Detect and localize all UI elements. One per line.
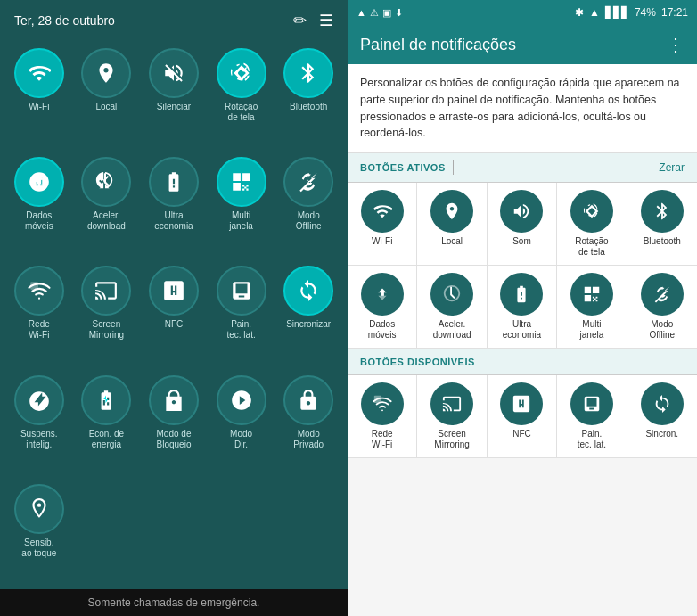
suspens-label: Suspens.intelig. <box>20 429 58 450</box>
bluetooth-icon-circle <box>283 48 333 98</box>
svg-rect-1 <box>374 396 381 403</box>
silenciar-icon-circle <box>149 48 199 98</box>
left-grid-item-pain[interactable]: Pain.tec. lat. <box>209 260 274 365</box>
active-bluetooth-circle <box>641 190 684 233</box>
multi-icon-circle <box>217 157 266 207</box>
accel-label: Aceler.download <box>87 210 126 232</box>
avail-nfc-circle <box>500 382 543 425</box>
signal-icon: ▋▋▋ <box>605 6 629 19</box>
avail-nfc-label: NFC <box>512 429 531 439</box>
zerar-button[interactable]: Zerar <box>659 161 685 174</box>
active-dados-circle <box>361 273 404 316</box>
left-grid-item-multi[interactable]: Multijanela <box>209 152 274 257</box>
left-grid-item-wifi[interactable]: Wi-Fi <box>7 43 71 148</box>
left-grid-item-sinc[interactable]: Sincronizar <box>276 260 340 365</box>
suspens-icon-circle <box>14 375 64 425</box>
avail-screen-label: ScreenMirroring <box>434 429 469 450</box>
left-grid-item-screen[interactable]: ScreenMirroring <box>75 260 139 365</box>
screen-label: ScreenMirroring <box>89 319 124 341</box>
left-grid-item-ultra[interactable]: Ultraeconomia <box>142 152 206 257</box>
privado-label: ModoPrivado <box>293 429 324 450</box>
active-dados[interactable]: Dadosmóveis <box>348 266 417 349</box>
screen-icon-circle <box>81 266 131 316</box>
left-grid-item-sensib[interactable]: Sensib.ao toque <box>7 479 71 584</box>
status-right-icons: ✱ ▲ ▋▋▋ 74% 17:21 <box>575 6 688 19</box>
offline-icon-circle <box>283 157 333 207</box>
active-som[interactable]: Som <box>488 183 557 266</box>
avail-sinc-label: Sincron. <box>645 429 678 439</box>
left-grid-item-local[interactable]: Local <box>75 43 139 148</box>
right-status-bar: ▲ ⚠ ▣ ⬇ ✱ ▲ ▋▋▋ 74% 17:21 <box>348 0 697 25</box>
nfc-icon-circle <box>149 266 199 316</box>
left-grid-item-accel[interactable]: Aceler.download <box>75 152 139 257</box>
pain-icon-circle <box>217 266 266 316</box>
options-menu-button[interactable]: ⋮ <box>667 34 685 55</box>
avail-pain-label: Pain.tec. lat. <box>578 429 606 450</box>
bluetooth-label: Bluetooth <box>290 102 327 123</box>
active-wifi[interactable]: Wi-Fi <box>348 183 417 266</box>
econ-label: Econ. deenergia <box>89 429 124 450</box>
left-grid-item-privado[interactable]: ModoPrivado <box>276 370 340 475</box>
active-local[interactable]: Local <box>417 183 487 266</box>
active-ultra-label: Ultraeconomia <box>503 319 541 341</box>
rede-label: RedeWi-Fi <box>29 319 50 341</box>
svg-rect-0 <box>30 283 38 291</box>
left-grid-item-dir[interactable]: ModoDir. <box>209 370 274 475</box>
left-grid-item-silenciar[interactable]: Silenciar <box>142 43 206 148</box>
left-grid-item-bluetooth[interactable]: Bluetooth <box>276 43 340 148</box>
active-accel[interactable]: Aceler.download <box>417 266 487 349</box>
active-offline-label: ModoOffline <box>649 319 675 341</box>
silenciar-label: Silenciar <box>157 102 191 123</box>
avail-rede-circle <box>361 382 404 425</box>
avail-screen[interactable]: ScreenMirroring <box>417 375 487 458</box>
privado-icon-circle <box>283 375 333 425</box>
edit-icon[interactable]: ✏ <box>293 11 307 30</box>
active-local-label: Local <box>441 236 463 247</box>
left-grid-item-bloqueio[interactable]: Modo deBloqueio <box>142 370 206 475</box>
active-offline-circle <box>641 273 684 316</box>
multi-label: Multijanela <box>229 210 253 232</box>
wifi-status-icon: ▲ <box>589 6 600 19</box>
local-label: Local <box>95 102 117 123</box>
avail-pain[interactable]: Pain.tec. lat. <box>557 375 627 458</box>
dados-label: Dadosmóveis <box>25 210 53 232</box>
left-grid-item-suspens[interactable]: Suspens.intelig. <box>7 370 71 475</box>
active-som-circle <box>500 190 543 233</box>
active-grid: Wi-Fi Local Som Rotaçãode tela Bluetooth <box>348 183 697 349</box>
description-text: Personalizar os botões de configuração r… <box>360 77 680 139</box>
avail-nfc[interactable]: NFC <box>488 375 557 458</box>
avail-rede[interactable]: RedeWi-Fi <box>348 375 417 458</box>
left-grid-item-dados[interactable]: Dadosmóveis <box>7 152 71 257</box>
rotacao-label: Rotaçãode tela <box>225 102 258 123</box>
left-quick-settings-grid: Wi-Fi Local Silenciar Rotaçãode tela <box>0 37 348 589</box>
active-section-title: BOTÕES ATIVOS <box>360 162 446 173</box>
left-grid-item-econ[interactable]: Econ. deenergia <box>75 370 139 475</box>
bloqueio-label: Modo deBloqueio <box>157 429 192 450</box>
active-multi[interactable]: Multijanela <box>557 266 627 349</box>
sinc-label: Sincronizar <box>286 319 331 341</box>
active-ultra[interactable]: Ultraeconomia <box>488 266 557 349</box>
active-som-label: Som <box>512 236 531 247</box>
left-grid-item-nfc[interactable]: NFC <box>142 260 206 365</box>
avail-pain-circle <box>570 382 613 425</box>
left-grid-item-rede[interactable]: RedeWi-Fi <box>7 260 71 365</box>
left-grid-item-rotacao[interactable]: Rotaçãode tela <box>209 43 274 148</box>
left-header: Ter, 28 de outubro ✏ ☰ <box>0 0 348 37</box>
active-dados-label: Dadosmóveis <box>368 319 397 341</box>
active-ultra-circle <box>500 273 543 316</box>
wifi-label: Wi-Fi <box>29 102 49 123</box>
sensib-label: Sensib.ao toque <box>21 538 56 559</box>
active-offline[interactable]: ModoOffline <box>627 266 697 349</box>
left-footer: Somente chamadas de emergência. <box>0 589 348 616</box>
menu-icon[interactable]: ☰ <box>319 11 333 30</box>
section-divider <box>453 160 454 175</box>
left-grid-item-offline[interactable]: ModoOffline <box>276 152 340 257</box>
rede-icon-circle <box>14 266 64 316</box>
active-wifi-circle <box>361 190 404 233</box>
avail-rede-label: RedeWi-Fi <box>372 429 393 450</box>
active-rotacao[interactable]: Rotaçãode tela <box>557 183 627 266</box>
sinc-icon-circle <box>283 266 333 316</box>
avail-sinc[interactable]: Sincron. <box>627 375 697 458</box>
active-bluetooth[interactable]: Bluetooth <box>627 183 697 266</box>
available-buttons-header: BOTÕES DISPONÍVEIS <box>348 349 697 375</box>
